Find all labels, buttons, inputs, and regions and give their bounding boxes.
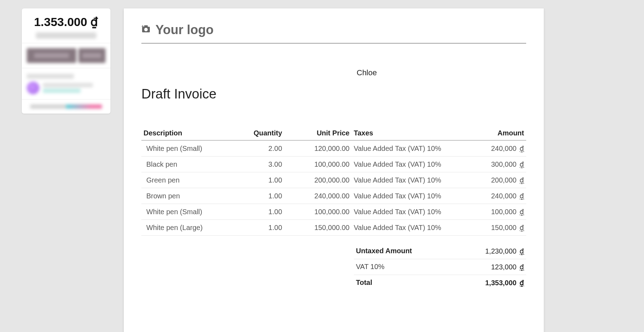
cell-taxes: Value Added Tax (VAT) 10% (352, 220, 455, 236)
redacted-line (36, 32, 96, 39)
cell-description: White pen (Small) (141, 140, 244, 157)
cell-description: White pen (Small) (141, 204, 244, 220)
invoice-document: + Your logo Chloe Draft Invoice Descript… (124, 8, 544, 332)
cell-description: White pen (Large) (141, 220, 244, 236)
cell-quantity: 1.00 (244, 220, 284, 236)
redacted-button[interactable] (78, 48, 106, 63)
redacted-line (43, 89, 81, 93)
cell-unit-price: 100,000.00 (284, 157, 352, 172)
cell-quantity: 1.00 (244, 204, 284, 220)
cell-taxes: Value Added Tax (VAT) 10% (352, 172, 455, 188)
cell-amount: 200,000 ₫ (455, 172, 526, 188)
cell-quantity: 1.00 (244, 188, 284, 204)
camera-icon: + (141, 25, 151, 36)
sidebar-buttons (22, 43, 110, 68)
svg-point-2 (144, 28, 148, 31)
invoice-lines-table: Description Quantity Unit Price Taxes Am… (141, 126, 526, 236)
cell-taxes: Value Added Tax (VAT) 10% (352, 188, 455, 204)
cell-amount: 150,000 ₫ (455, 220, 526, 236)
redacted-user-row (27, 82, 106, 94)
col-taxes: Taxes (352, 126, 455, 140)
redacted-line (27, 74, 74, 79)
logo-upload[interactable]: + Your logo (141, 23, 526, 44)
table-row: Black pen3.00100,000.00Value Added Tax (… (141, 157, 526, 172)
sidebar-panel: 1.353.000 ₫ (22, 8, 110, 114)
cell-amount: 300,000 ₫ (455, 157, 526, 172)
cell-amount: 240,000 ₫ (455, 188, 526, 204)
cell-description: Brown pen (141, 188, 244, 204)
document-title: Draft Invoice (141, 87, 526, 102)
vat-value: 123,000 ₫ (491, 263, 524, 271)
redacted-button[interactable] (27, 48, 76, 63)
cell-quantity: 1.00 (244, 172, 284, 188)
sidebar-total-amount: 1.353.000 ₫ (22, 8, 110, 30)
table-row: White pen (Small)2.00120,000.00Value Add… (141, 140, 526, 157)
cell-quantity: 3.00 (244, 157, 284, 172)
svg-rect-1 (144, 25, 148, 27)
total-value: 1,353,000 ₫ (485, 279, 524, 287)
table-header-row: Description Quantity Unit Price Taxes Am… (141, 126, 526, 140)
cell-taxes: Value Added Tax (VAT) 10% (352, 140, 455, 157)
vat-label: VAT 10% (356, 263, 384, 271)
avatar (27, 82, 39, 94)
col-description: Description (141, 126, 244, 140)
divider (22, 99, 110, 100)
cell-description: Black pen (141, 157, 244, 172)
untaxed-label: Untaxed Amount (356, 247, 412, 255)
untaxed-row: Untaxed Amount 1,230,000 ₫ (354, 243, 526, 259)
redacted-color-bar (30, 104, 102, 109)
vat-row: VAT 10% 123,000 ₫ (354, 259, 526, 275)
cell-taxes: Value Added Tax (VAT) 10% (352, 157, 455, 172)
col-quantity: Quantity (244, 126, 284, 140)
cell-unit-price: 150,000.00 (284, 220, 352, 236)
cell-taxes: Value Added Tax (VAT) 10% (352, 204, 455, 220)
logo-placeholder-text: Your logo (155, 23, 213, 37)
cell-amount: 100,000 ₫ (455, 204, 526, 220)
col-unit-price: Unit Price (284, 126, 352, 140)
table-row: Green pen1.00200,000.00Value Added Tax (… (141, 172, 526, 188)
cell-description: Green pen (141, 172, 244, 188)
cell-quantity: 2.00 (244, 140, 284, 157)
cell-unit-price: 200,000.00 (284, 172, 352, 188)
cell-unit-price: 120,000.00 (284, 140, 352, 157)
untaxed-value: 1,230,000 ₫ (485, 247, 524, 255)
redacted-line (43, 83, 93, 87)
cell-unit-price: 100,000.00 (284, 204, 352, 220)
cell-unit-price: 240,000.00 (284, 188, 352, 204)
totals-block: Untaxed Amount 1,230,000 ₫ VAT 10% 123,0… (354, 243, 526, 290)
col-amount: Amount (455, 126, 526, 140)
cell-amount: 240,000 ₫ (455, 140, 526, 157)
table-row: White pen (Large)1.00150,000.00Value Add… (141, 220, 526, 236)
total-row: Total 1,353,000 ₫ (354, 275, 526, 290)
table-row: White pen (Small)1.00100,000.00Value Add… (141, 204, 526, 220)
total-label: Total (356, 279, 372, 287)
table-row: Brown pen1.00240,000.00Value Added Tax (… (141, 188, 526, 204)
customer-name: Chloe (357, 68, 526, 77)
svg-text:+: + (141, 25, 144, 29)
